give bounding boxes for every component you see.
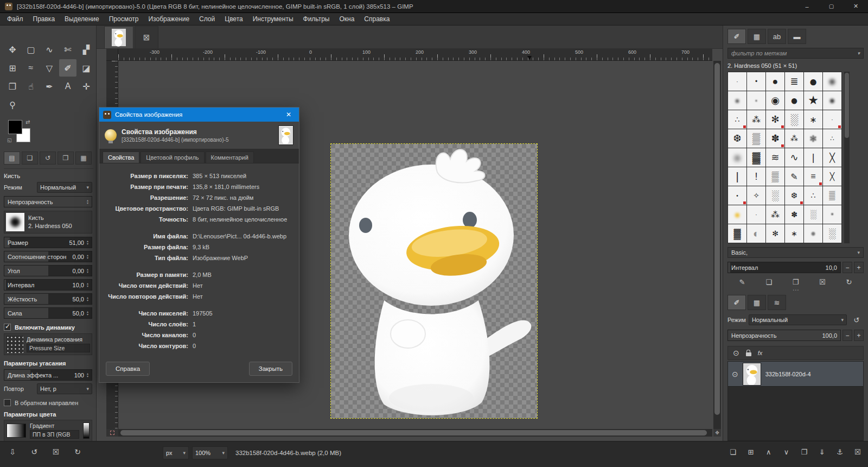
new-layer-icon[interactable]: ❏ [726,446,740,458]
brush-thumb[interactable]: ▒ [823,186,841,205]
clone-tool-icon[interactable]: ❐ [4,78,21,95]
fx-label[interactable]: fx [758,350,763,356]
canvas-image[interactable] [331,144,537,418]
layer-visibility-icon[interactable] [732,370,738,378]
opacity-slider[interactable]: Непрозрачность [4,196,92,207]
brush-thumb[interactable]: ✽ [785,205,803,224]
dialog-tab[interactable]: Цветовой профиль [141,152,204,163]
brush-thumb[interactable]: ❆ [728,129,746,148]
tool-option-slider[interactable]: Сила 50,0 [4,307,92,319]
paths-tab-icon[interactable]: ≋ [768,295,786,310]
increment-button[interactable] [854,262,864,273]
menu-item[interactable]: Просмотр [104,14,144,24]
bucket-fill-tool-icon[interactable]: ▽ [41,59,58,77]
spinner-icon[interactable] [87,268,88,274]
reset-tool-options-icon[interactable]: ↻ [71,446,85,458]
layer-opacity-slider[interactable]: Непрозрачность 100,0 [727,330,841,341]
save-tool-preset-icon[interactable]: ⇩ [5,446,20,458]
brush-thumb[interactable]: • [747,72,765,91]
delete-tool-preset-icon[interactable]: ☒ [49,446,63,458]
brush-thumb[interactable]: ∗ [785,224,803,243]
menu-item[interactable]: Выделение [60,14,104,24]
brush-thumb[interactable]: ∴ [804,186,822,205]
brush-thumb[interactable]: ╳ [823,148,841,167]
brush-thumb[interactable]: ▒ [766,167,784,186]
images-dock-icon[interactable]: ❐ [58,152,74,165]
merge-down-icon[interactable]: ⇓ [815,446,829,458]
scrollbar-thumb[interactable] [120,430,707,436]
spinner-icon[interactable] [87,254,88,260]
paintbrush-tool-icon[interactable]: ✐ [59,59,76,77]
raise-layer-icon[interactable]: ∧ [762,446,776,458]
decrement-button[interactable] [843,330,852,341]
brush-thumb[interactable]: ● [728,91,746,110]
brush-thumb[interactable]: ✻ [766,224,784,243]
spacing-slider[interactable]: Интервал 10,0 [727,262,841,273]
move-tool-icon[interactable]: ✥ [4,41,21,58]
mode-combo[interactable]: Нормальный [37,182,92,193]
brush-thumb[interactable]: ░ [804,205,822,224]
menu-item[interactable]: Справка [359,14,394,24]
new-group-icon[interactable]: ⊞ [744,446,758,458]
tool-options-dock-icon[interactable]: ▤ [4,152,20,165]
brush-thumb[interactable]: ⁂ [785,129,803,148]
fonts-tab-icon[interactable]: ab [768,29,786,44]
smudge-tool-icon[interactable]: ☝ [22,78,40,95]
menu-item[interactable]: Цвета [220,14,247,24]
brush-thumb[interactable]: ░ [785,110,803,129]
brush-thumb[interactable]: ✧ [747,186,765,205]
spinner-icon[interactable] [87,199,88,205]
channels-tab-icon[interactable]: ▦ [748,295,766,310]
edit-brush-icon[interactable]: ✎ [735,276,749,288]
brush-thumb[interactable]: ░ [823,224,841,243]
spinner-icon[interactable] [87,240,88,245]
brush-thumb[interactable]: ◉ [766,91,784,110]
brush-thumb[interactable]: ≡ [804,167,822,186]
scrollbar-thumb[interactable] [714,63,720,415]
horizontal-scrollbar[interactable] [118,429,712,437]
brush-thumb[interactable]: ∗ [804,110,822,129]
dialog-tab[interactable]: Свойства [103,152,139,163]
brush-thumb[interactable]: ▒ [747,129,765,148]
visibility-eye-icon[interactable] [733,349,739,357]
decrement-button[interactable] [843,262,852,273]
dynamics-selector[interactable]: Динамика рисования Pressure Size [4,333,92,355]
undo-history-dock-icon[interactable]: ↺ [40,152,56,165]
ink-tool-icon[interactable]: ✒ [41,78,58,95]
delete-layer-icon[interactable]: ☒ [851,446,865,458]
rect-select-tool-icon[interactable]: ▢ [22,41,40,58]
brush-thumb[interactable]: · [728,72,746,91]
fade-length-slider[interactable]: Длина эффекта ... 100 [4,369,92,381]
text-tool-icon[interactable]: A [59,78,76,95]
tool-option-slider[interactable]: Соотношение сторон 0,00 [4,251,92,262]
minimize-button[interactable] [795,0,819,12]
delete-brush-icon[interactable]: ☒ [815,276,829,288]
duplicate-layer-icon[interactable]: ❐ [797,446,811,458]
device-status-dock-icon[interactable]: ❏ [22,152,38,165]
pointer-dock-icon[interactable]: ▦ [75,152,92,165]
brush-thumb[interactable]: ● [766,72,784,91]
color-picker-tool-icon[interactable]: ✛ [78,78,95,95]
brush-thumb[interactable]: | [728,167,746,186]
brush-thumb[interactable]: ∴ [728,110,746,129]
brush-thumb[interactable]: ⁂ [766,205,784,224]
brush-thumb[interactable]: • [728,186,746,205]
brush-thumb[interactable]: | [804,148,822,167]
brush-thumb[interactable]: ● [823,72,841,91]
brush-thumb[interactable]: ◐ [747,224,765,243]
new-brush-icon[interactable]: ❏ [762,276,776,288]
layer-mode-combo[interactable]: Нормальный [749,314,847,325]
menu-item[interactable]: Правка [28,14,60,24]
checkbox-icon[interactable] [4,399,11,406]
tool-option-slider[interactable]: Размер 51,00 [4,237,92,248]
dialog-titlebar[interactable]: Свойства изображения ✕ [99,108,299,122]
menu-item[interactable]: Изображение [143,14,194,24]
brush-thumb[interactable]: ╳ [823,167,841,186]
brush-thumb[interactable]: ! [747,167,765,186]
help-button[interactable]: Справка [106,362,150,376]
brush-thumb[interactable]: ≋ [766,148,784,167]
brush-thumb[interactable]: · [823,110,841,129]
anchor-layer-icon[interactable]: ⚓ [833,446,847,458]
menu-item[interactable]: Окна [334,14,359,24]
zoom-tool-icon[interactable]: ⚲ [4,96,21,113]
